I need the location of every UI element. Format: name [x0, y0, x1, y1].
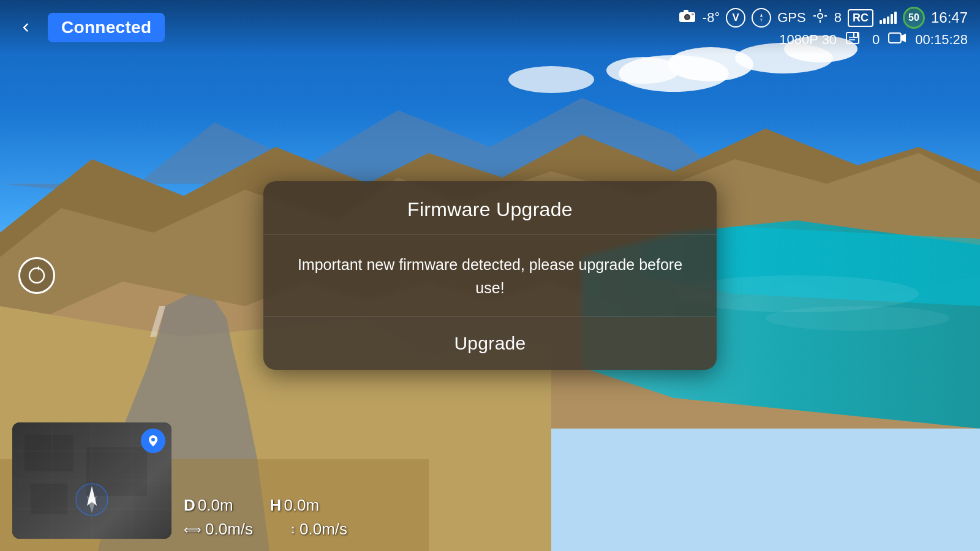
firmware-dialog: Firmware Upgrade Important new firmware … — [263, 181, 717, 370]
dialog-actions: Upgrade — [263, 317, 717, 370]
dialog-overlay: Firmware Upgrade Important new firmware … — [0, 0, 980, 551]
dialog-body: Important new firmware detected, please … — [263, 235, 717, 317]
upgrade-button[interactable]: Upgrade — [442, 331, 538, 356]
dialog-title: Firmware Upgrade — [288, 198, 692, 221]
dialog-title-section: Firmware Upgrade — [263, 181, 717, 235]
dialog-message: Important new firmware detected, please … — [288, 253, 692, 299]
